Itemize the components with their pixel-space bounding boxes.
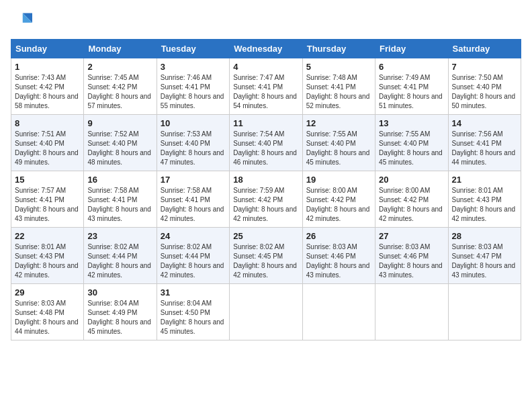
empty-cell xyxy=(230,284,302,340)
day-cell-9: 9 Sunrise: 7:52 AM Sunset: 4:40 PM Dayli… xyxy=(84,115,157,171)
weekday-header-tuesday: Tuesday xyxy=(157,40,229,58)
day-info: Sunrise: 7:50 AM Sunset: 4:40 PM Dayligh… xyxy=(452,73,517,111)
day-number: 17 xyxy=(161,175,226,185)
day-number: 6 xyxy=(379,62,444,72)
day-number: 23 xyxy=(87,231,152,241)
day-cell-15: 15 Sunrise: 7:57 AM Sunset: 4:41 PM Dayl… xyxy=(11,171,84,228)
empty-cell xyxy=(375,284,448,340)
day-cell-20: 20 Sunrise: 8:00 AM Sunset: 4:42 PM Dayl… xyxy=(375,171,448,228)
day-number: 31 xyxy=(161,287,226,298)
day-number: 22 xyxy=(15,231,80,241)
day-info: Sunrise: 8:04 AM Sunset: 4:49 PM Dayligh… xyxy=(87,299,152,336)
day-info: Sunrise: 7:48 AM Sunset: 4:41 PM Dayligh… xyxy=(306,73,371,111)
day-info: Sunrise: 7:54 AM Sunset: 4:40 PM Dayligh… xyxy=(233,130,298,167)
day-cell-7: 7 Sunrise: 7:50 AM Sunset: 4:40 PM Dayli… xyxy=(448,58,521,115)
day-number: 4 xyxy=(233,62,298,72)
day-cell-11: 11 Sunrise: 7:54 AM Sunset: 4:40 PM Dayl… xyxy=(230,115,302,171)
day-number: 18 xyxy=(233,175,298,185)
day-number: 30 xyxy=(87,287,152,298)
day-number: 3 xyxy=(161,62,226,72)
day-number: 20 xyxy=(379,175,444,185)
day-info: Sunrise: 8:02 AM Sunset: 4:45 PM Dayligh… xyxy=(233,242,298,280)
empty-cell xyxy=(302,284,375,340)
day-cell-14: 14 Sunrise: 7:56 AM Sunset: 4:41 PM Dayl… xyxy=(448,115,521,171)
day-number: 2 xyxy=(87,62,152,72)
day-info: Sunrise: 7:52 AM Sunset: 4:40 PM Dayligh… xyxy=(87,130,152,167)
weekday-header-thursday: Thursday xyxy=(302,40,375,58)
day-cell-12: 12 Sunrise: 7:55 AM Sunset: 4:40 PM Dayl… xyxy=(302,115,375,171)
day-number: 14 xyxy=(452,118,517,128)
day-info: Sunrise: 8:03 AM Sunset: 4:46 PM Dayligh… xyxy=(306,242,371,280)
empty-cell xyxy=(448,284,521,340)
day-cell-6: 6 Sunrise: 7:49 AM Sunset: 4:41 PM Dayli… xyxy=(375,58,448,115)
day-number: 1 xyxy=(15,62,80,72)
day-cell-27: 27 Sunrise: 8:03 AM Sunset: 4:46 PM Dayl… xyxy=(375,228,448,284)
day-info: Sunrise: 8:02 AM Sunset: 4:44 PM Dayligh… xyxy=(87,242,152,280)
day-number: 10 xyxy=(161,118,226,128)
day-cell-24: 24 Sunrise: 8:02 AM Sunset: 4:44 PM Dayl… xyxy=(157,228,229,284)
day-cell-16: 16 Sunrise: 7:58 AM Sunset: 4:41 PM Dayl… xyxy=(84,171,157,228)
weekday-header-saturday: Saturday xyxy=(448,40,521,58)
day-info: Sunrise: 7:59 AM Sunset: 4:42 PM Dayligh… xyxy=(233,186,298,224)
weekday-header-sunday: Sunday xyxy=(11,40,84,58)
day-info: Sunrise: 7:51 AM Sunset: 4:40 PM Dayligh… xyxy=(15,130,80,167)
day-number: 5 xyxy=(306,62,371,72)
day-info: Sunrise: 8:03 AM Sunset: 4:47 PM Dayligh… xyxy=(452,242,517,280)
day-cell-3: 3 Sunrise: 7:46 AM Sunset: 4:41 PM Dayli… xyxy=(157,58,229,115)
day-info: Sunrise: 8:00 AM Sunset: 4:42 PM Dayligh… xyxy=(379,186,444,224)
day-info: Sunrise: 7:49 AM Sunset: 4:41 PM Dayligh… xyxy=(379,73,444,111)
day-cell-4: 4 Sunrise: 7:47 AM Sunset: 4:41 PM Dayli… xyxy=(230,58,302,115)
day-info: Sunrise: 7:46 AM Sunset: 4:41 PM Dayligh… xyxy=(161,73,226,111)
day-number: 26 xyxy=(306,231,371,241)
day-number: 27 xyxy=(379,231,444,241)
day-info: Sunrise: 7:43 AM Sunset: 4:42 PM Dayligh… xyxy=(15,73,80,111)
calendar-table: SundayMondayTuesdayWednesdayThursdayFrid… xyxy=(11,39,521,340)
day-cell-10: 10 Sunrise: 7:53 AM Sunset: 4:40 PM Dayl… xyxy=(157,115,229,171)
day-number: 16 xyxy=(87,175,152,185)
day-info: Sunrise: 7:57 AM Sunset: 4:41 PM Dayligh… xyxy=(15,186,80,224)
day-number: 28 xyxy=(452,231,517,241)
day-cell-19: 19 Sunrise: 8:00 AM Sunset: 4:42 PM Dayl… xyxy=(302,171,375,228)
day-number: 8 xyxy=(15,118,80,128)
day-info: Sunrise: 7:58 AM Sunset: 4:41 PM Dayligh… xyxy=(161,186,226,224)
day-info: Sunrise: 8:03 AM Sunset: 4:48 PM Dayligh… xyxy=(15,299,80,336)
calendar-week-4: 22 Sunrise: 8:01 AM Sunset: 4:43 PM Dayl… xyxy=(11,228,521,284)
generalblue-icon xyxy=(11,11,32,32)
logo xyxy=(11,11,35,32)
day-cell-13: 13 Sunrise: 7:55 AM Sunset: 4:40 PM Dayl… xyxy=(375,115,448,171)
day-info: Sunrise: 7:55 AM Sunset: 4:40 PM Dayligh… xyxy=(306,130,371,167)
day-info: Sunrise: 8:04 AM Sunset: 4:50 PM Dayligh… xyxy=(161,299,226,336)
day-number: 15 xyxy=(15,175,80,185)
calendar-week-3: 15 Sunrise: 7:57 AM Sunset: 4:41 PM Dayl… xyxy=(11,171,521,228)
day-cell-26: 26 Sunrise: 8:03 AM Sunset: 4:46 PM Dayl… xyxy=(302,228,375,284)
day-cell-17: 17 Sunrise: 7:58 AM Sunset: 4:41 PM Dayl… xyxy=(157,171,229,228)
day-cell-5: 5 Sunrise: 7:48 AM Sunset: 4:41 PM Dayli… xyxy=(302,58,375,115)
day-info: Sunrise: 7:53 AM Sunset: 4:40 PM Dayligh… xyxy=(161,130,226,167)
day-info: Sunrise: 8:01 AM Sunset: 4:43 PM Dayligh… xyxy=(15,242,80,280)
day-cell-18: 18 Sunrise: 7:59 AM Sunset: 4:42 PM Dayl… xyxy=(230,171,302,228)
day-cell-22: 22 Sunrise: 8:01 AM Sunset: 4:43 PM Dayl… xyxy=(11,228,84,284)
day-number: 12 xyxy=(306,118,371,128)
day-info: Sunrise: 8:02 AM Sunset: 4:44 PM Dayligh… xyxy=(161,242,226,280)
day-number: 24 xyxy=(161,231,226,241)
day-cell-25: 25 Sunrise: 8:02 AM Sunset: 4:45 PM Dayl… xyxy=(230,228,302,284)
day-info: Sunrise: 7:45 AM Sunset: 4:42 PM Dayligh… xyxy=(87,73,152,111)
day-info: Sunrise: 8:03 AM Sunset: 4:46 PM Dayligh… xyxy=(379,242,444,280)
day-number: 7 xyxy=(452,62,517,72)
day-cell-8: 8 Sunrise: 7:51 AM Sunset: 4:40 PM Dayli… xyxy=(11,115,84,171)
day-number: 11 xyxy=(233,118,298,128)
day-number: 29 xyxy=(15,287,80,298)
day-cell-29: 29 Sunrise: 8:03 AM Sunset: 4:48 PM Dayl… xyxy=(11,284,84,340)
day-number: 21 xyxy=(452,175,517,185)
calendar-week-5: 29 Sunrise: 8:03 AM Sunset: 4:48 PM Dayl… xyxy=(11,284,521,340)
day-number: 19 xyxy=(306,175,371,185)
header xyxy=(11,11,521,32)
day-info: Sunrise: 8:00 AM Sunset: 4:42 PM Dayligh… xyxy=(306,186,371,224)
calendar-week-2: 8 Sunrise: 7:51 AM Sunset: 4:40 PM Dayli… xyxy=(11,115,521,171)
weekday-header-monday: Monday xyxy=(84,40,157,58)
weekday-header-friday: Friday xyxy=(375,40,448,58)
day-info: Sunrise: 7:56 AM Sunset: 4:41 PM Dayligh… xyxy=(452,130,517,167)
day-info: Sunrise: 7:55 AM Sunset: 4:40 PM Dayligh… xyxy=(379,130,444,167)
calendar-week-1: 1 Sunrise: 7:43 AM Sunset: 4:42 PM Dayli… xyxy=(11,58,521,115)
day-number: 25 xyxy=(233,231,298,241)
